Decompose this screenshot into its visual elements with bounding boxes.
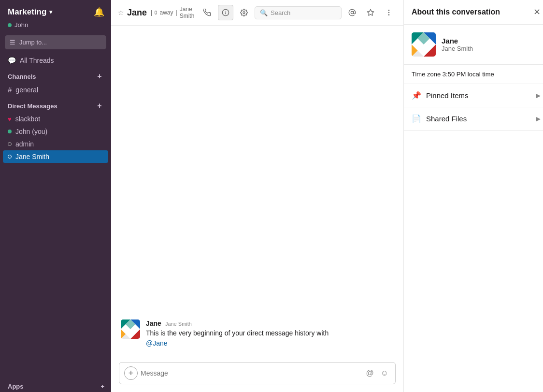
pinned-items-section[interactable]: 📌 Pinned Items ▶ (404, 84, 543, 107)
message-time: Jane Smith (165, 321, 192, 327)
at-mention-icon[interactable]: @ (364, 368, 375, 378)
emoji-icon[interactable]: ☺ (379, 368, 390, 378)
svg-point-3 (243, 12, 245, 14)
jump-to-label: Jump to... (19, 39, 47, 46)
avatar (121, 319, 140, 339)
message-content: Jane Jane Smith This is the very beginni… (146, 319, 394, 348)
search-icon: 🔍 (260, 9, 268, 16)
workspace-title: Marketing (8, 7, 46, 17)
message-text: This is the very beginning of your direc… (146, 328, 394, 348)
threads-icon: 💬 (8, 57, 16, 64)
away-label: away (159, 9, 173, 16)
topbar: ☆ Jane | away | Jane Smith 🔍 Search (111, 0, 403, 26)
channel-name-heading: Jane (127, 8, 147, 18)
channels-label: Channels (8, 73, 36, 80)
jane-status-dot (8, 155, 12, 159)
pinned-chevron-icon: ▶ (536, 92, 541, 99)
workspace-name[interactable]: Marketing ▾ (8, 7, 52, 17)
svg-point-8 (388, 15, 389, 15)
hash-icon: # (8, 86, 12, 94)
bell-icon[interactable]: 🔔 (94, 7, 104, 17)
message-input[interactable] (141, 369, 361, 377)
sidebar-user: John (0, 20, 111, 33)
topbar-title-area: ☆ Jane (118, 8, 147, 18)
user-status-dot (8, 23, 12, 27)
jump-to-button[interactable]: ☰ Jump to... (5, 35, 106, 49)
svg-point-6 (388, 10, 389, 11)
pinned-items-label: Pinned Items (426, 91, 469, 100)
all-threads-label: All Threads (20, 57, 54, 64)
rp-user-handle: Jane Smith (442, 45, 473, 52)
apps-section[interactable]: Apps + (0, 378, 111, 392)
right-panel-title: About this conversation (412, 8, 500, 16)
admin-status-dot (8, 142, 12, 146)
add-dm-button[interactable]: + (95, 101, 104, 111)
info-icon-btn[interactable] (218, 5, 233, 20)
add-apps-button[interactable]: + (100, 383, 104, 390)
message-header: Jane Jane Smith (146, 319, 394, 327)
rp-user-name: Jane (442, 37, 473, 45)
files-chevron-icon: ▶ (536, 115, 541, 122)
right-panel-timezone: Time zone 3:50 PM local time (404, 65, 543, 84)
shared-files-section[interactable]: 📄 Shared Files ▶ (404, 107, 543, 131)
input-bar: + @ ☺ (111, 357, 403, 392)
timezone-label: Time zone (412, 71, 441, 78)
search-bar[interactable]: 🔍 Search (255, 6, 342, 19)
dm-jane-label: Jane Smith (15, 153, 49, 160)
dm-admin-label: admin (15, 140, 34, 148)
add-attachment-button[interactable]: + (124, 366, 138, 380)
message-input-wrapper: + @ ☺ (119, 362, 396, 384)
right-panel-user-info: Jane Jane Smith (442, 37, 473, 52)
pipe2: | (176, 9, 177, 16)
dm-slackbot-label: slackbot (15, 115, 40, 123)
shared-files-left: 📄 Shared Files (412, 114, 467, 123)
star-icon[interactable]: ☆ (118, 9, 124, 16)
sidebar-header: Marketing ▾ 🔔 (0, 0, 111, 20)
sidebar-item-slackbot[interactable]: ♥ slackbot (0, 113, 111, 125)
mention-link[interactable]: @Jane (146, 339, 168, 347)
star-icon-btn[interactable] (363, 5, 378, 20)
timezone-value: 3:50 PM local time (443, 71, 494, 78)
message-block: Jane Jane Smith This is the very beginni… (121, 319, 394, 348)
chat-area: Jane Jane Smith This is the very beginni… (111, 26, 403, 357)
message-sender: Jane (146, 319, 161, 327)
topbar-actions: 🔍 Search (200, 5, 397, 20)
add-channel-button[interactable]: + (95, 72, 104, 81)
close-panel-button[interactable]: ✕ (533, 7, 541, 17)
pin-icon: 📌 (412, 91, 421, 100)
heart-icon: ♥ (8, 116, 12, 123)
search-placeholder: Search (271, 9, 290, 16)
more-icon-btn[interactable] (381, 5, 397, 20)
phone-icon-btn[interactable] (200, 5, 215, 20)
jane-fullname: Jane Smith (180, 6, 196, 19)
settings-icon-btn[interactable] (236, 5, 252, 20)
main-content: ☆ Jane | away | Jane Smith 🔍 Search (111, 0, 403, 392)
right-panel: About this conversation ✕ Jane Jane Smit… (403, 0, 543, 392)
sidebar: Marketing ▾ 🔔 John ☰ Jump to... 💬 All Th… (0, 0, 111, 392)
svg-point-7 (388, 12, 389, 13)
dm-john-label: John (you) (15, 128, 47, 135)
message-body: This is the very beginning of your direc… (146, 329, 329, 337)
apps-label: Apps (8, 383, 24, 390)
at-icon-btn[interactable] (344, 5, 360, 20)
channels-section: Channels + (0, 67, 111, 83)
svg-marker-5 (367, 9, 373, 15)
sidebar-item-john[interactable]: John (you) (0, 125, 111, 138)
all-threads-item[interactable]: 💬 All Threads (0, 54, 111, 67)
topbar-status: | away | Jane Smith (151, 6, 196, 19)
right-panel-avatar (412, 32, 436, 57)
john-status-dot (8, 130, 12, 133)
sidebar-item-admin[interactable]: admin (0, 138, 111, 150)
right-panel-user: Jane Jane Smith (404, 25, 543, 65)
jump-to-icon: ☰ (10, 39, 15, 46)
user-name: John (14, 21, 28, 29)
dm-section: Direct Messages + (0, 96, 111, 113)
sidebar-item-general[interactable]: # general (0, 83, 111, 96)
sidebar-item-jane[interactable]: Jane Smith (3, 150, 108, 163)
file-icon: 📄 (412, 114, 421, 123)
svg-point-4 (351, 11, 353, 14)
chevron-down-icon: ▾ (49, 9, 52, 15)
channel-name: general (15, 86, 38, 94)
pinned-items-left: 📌 Pinned Items (412, 91, 469, 100)
right-panel-header: About this conversation ✕ (404, 0, 543, 25)
